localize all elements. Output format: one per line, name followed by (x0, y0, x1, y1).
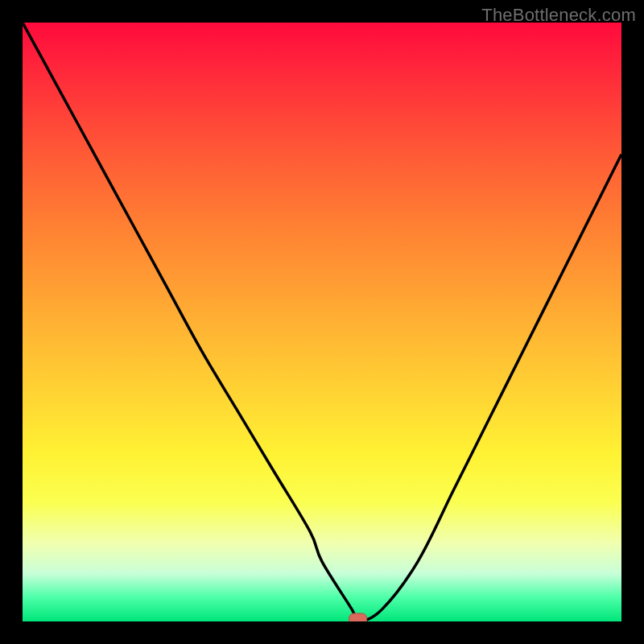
optimum-marker (349, 613, 367, 621)
watermark-text: TheBottleneck.com (481, 5, 636, 26)
chart-frame: TheBottleneck.com (0, 0, 644, 644)
bottleneck-curve (23, 23, 621, 621)
plot-area (23, 23, 621, 621)
curve-layer (23, 23, 621, 621)
